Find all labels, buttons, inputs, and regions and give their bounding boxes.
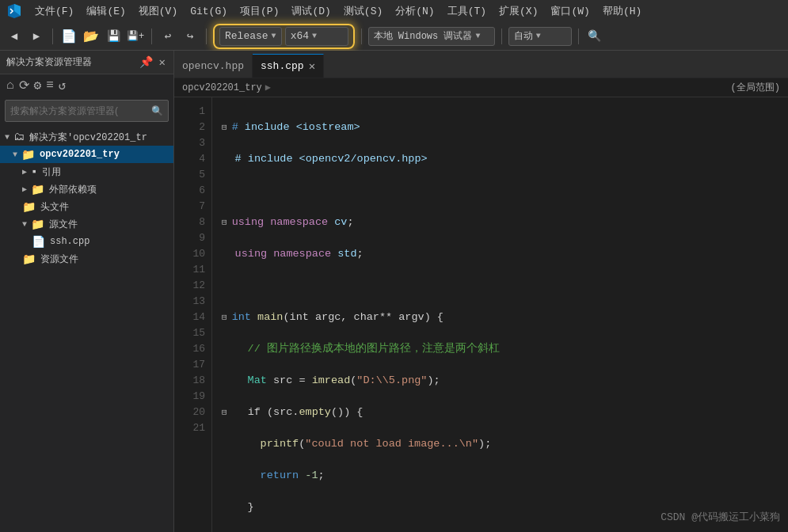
sidebar-search[interactable]: 🔍 — [5, 100, 169, 122]
solution-label: 解决方案'opcv202201_tr — [29, 131, 147, 144]
references-label: 引用 — [42, 165, 61, 179]
fold-5 — [222, 246, 227, 262]
forward-button[interactable]: ▶ — [27, 27, 46, 46]
search-button[interactable]: 🔍 — [585, 27, 604, 46]
tab-opencv-hpp[interactable]: opencv.hpp — [174, 54, 253, 78]
source-files-label: 源文件 — [49, 218, 78, 231]
undo-button[interactable]: ↩ — [158, 27, 177, 46]
menu-file[interactable]: 文件(F) — [29, 0, 80, 22]
separator-1 — [52, 28, 53, 44]
resource-files-node[interactable]: 📁 资源文件 — [0, 250, 173, 268]
new-file-button[interactable]: 📄 — [59, 27, 78, 46]
save-button[interactable]: 💾 — [104, 27, 123, 46]
separator-4 — [361, 28, 362, 44]
separator-6 — [578, 28, 579, 44]
code-content[interactable]: ⊟# include <iostream> # include <opencv2… — [212, 97, 788, 532]
platform-label: x64 — [291, 30, 309, 42]
separator-3 — [206, 28, 207, 44]
fold-10[interactable]: ⊟ — [222, 405, 227, 420]
fold-9 — [222, 373, 227, 389]
sidebar-toolbar: ⌂ ⟳ ⚙ ≡ ↺ — [0, 74, 173, 97]
redo-button[interactable]: ↪ — [181, 27, 200, 46]
home-icon[interactable]: ⌂ — [6, 78, 14, 93]
fold-7[interactable]: ⊟ — [222, 310, 227, 325]
back-button[interactable]: ◀ — [5, 27, 24, 46]
fold-4[interactable]: ⊟ — [222, 215, 227, 230]
external-deps-expand-icon: ▶ — [22, 184, 27, 194]
menu-test[interactable]: 测试(S) — [337, 0, 389, 22]
fold-13 — [222, 500, 227, 515]
project-node[interactable]: ▼ 📁 opcv202201_try — [0, 146, 173, 163]
separator-2 — [151, 28, 152, 44]
source-files-node[interactable]: ▼ 📁 源文件 — [0, 215, 173, 233]
references-expand-icon: ▶ — [22, 167, 27, 177]
auto-label: 自动 — [514, 29, 533, 43]
save-all-button[interactable]: 💾+ — [126, 27, 145, 46]
code-line-10: ⊟if (src.empty()) { — [222, 405, 778, 420]
menu-git[interactable]: Git(G) — [184, 0, 234, 22]
code-line-7: ⊟int main(int argc, char** argv) { — [222, 310, 778, 325]
configuration-label: Release — [225, 30, 268, 42]
line-numbers: 1 2 3 4 5 6 7 8 9 10 11 12 13 14 15 16 1… — [174, 97, 212, 532]
menu-extensions[interactable]: 扩展(X) — [493, 0, 544, 22]
auto-dropdown[interactable]: 自动 ▼ — [508, 27, 572, 46]
solution-node[interactable]: ▼ 🗂 解决方案'opcv202201_tr — [0, 128, 173, 146]
solution-expand-icon: ▼ — [5, 133, 10, 142]
header-files-icon: 📁 — [22, 200, 36, 214]
project-label: opcv202201_try — [40, 149, 120, 160]
fold-1[interactable]: ⊟ — [222, 120, 227, 135]
platform-dropdown[interactable]: x64 ▼ — [285, 27, 348, 46]
debug-target-arrow-icon: ▼ — [475, 32, 480, 40]
external-deps-node[interactable]: ▶ 📁 外部依赖项 — [0, 180, 173, 198]
debug-target-dropdown[interactable]: 本地 Windows 调试器 ▼ — [368, 27, 495, 46]
menu-project[interactable]: 项目(P) — [234, 0, 285, 22]
configuration-dropdown[interactable]: Release ▼ — [219, 27, 282, 46]
tab-bar: opencv.hpp ssh.cpp ✕ — [174, 51, 788, 78]
resource-files-label: 资源文件 — [40, 253, 78, 266]
cpp-file-icon: 📄 — [32, 235, 45, 249]
tab-ssh-cpp[interactable]: ssh.cpp ✕ — [253, 54, 324, 78]
source-files-icon: 📁 — [31, 218, 44, 231]
code-line-9: Mat src = imread("D:\\5.png"); — [222, 373, 778, 389]
platform-arrow-icon: ▼ — [312, 32, 317, 40]
menu-help[interactable]: 帮助(H) — [596, 0, 648, 22]
menu-tools[interactable]: 工具(T) — [441, 0, 493, 22]
menu-view[interactable]: 视图(V) — [132, 0, 184, 22]
menu-analyze[interactable]: 分析(N) — [389, 0, 440, 22]
fold-3 — [222, 183, 227, 199]
header-files-node[interactable]: 📁 头文件 — [0, 198, 173, 215]
code-editor[interactable]: 1 2 3 4 5 6 7 8 9 10 11 12 13 14 15 16 1… — [174, 97, 788, 532]
settings-icon[interactable]: ⚙ — [34, 78, 42, 93]
search-input[interactable] — [10, 105, 151, 116]
ssh-cpp-node[interactable]: 📄 ssh.cpp — [0, 233, 173, 250]
fold-6 — [222, 278, 227, 294]
toolbar: ◀ ▶ 📄 📂 💾 💾+ ↩ ↪ Release ▼ x64 ▼ 本地 Wind… — [0, 22, 788, 51]
config-section: Release ▼ x64 ▼ — [213, 24, 355, 49]
code-line-2: # include <opencv2/opencv.hpp> — [222, 151, 778, 167]
menu-debug[interactable]: 调试(D) — [285, 0, 337, 22]
filter-icon[interactable]: ≡ — [46, 78, 54, 93]
open-file-button[interactable]: 📂 — [82, 27, 101, 46]
menu-edit[interactable]: 编辑(E) — [80, 0, 131, 22]
ssh-cpp-label: ssh.cpp — [50, 236, 89, 247]
sync-icon[interactable]: ⟳ — [19, 78, 29, 93]
project-icon: 📁 — [21, 148, 35, 162]
fold-8 — [222, 341, 227, 357]
tab-ssh-cpp-close[interactable]: ✕ — [309, 59, 315, 73]
code-line-5: using namespace std; — [222, 246, 778, 262]
pin-icon[interactable]: 📌 — [138, 54, 154, 70]
code-line-3 — [222, 183, 778, 199]
references-node[interactable]: ▶ ▪ 引用 — [0, 163, 173, 180]
close-sidebar-button[interactable]: ✕ — [158, 54, 167, 70]
breadcrumb-file: opcv202201_try — [182, 82, 262, 93]
breadcrumb-separator: ▶ — [265, 82, 271, 93]
menu-window[interactable]: 窗口(W) — [544, 0, 596, 22]
code-line-11: printf("could not load image...\n"); — [222, 436, 778, 452]
fold-11 — [222, 436, 227, 452]
external-deps-icon: 📁 — [31, 183, 44, 196]
search-icon: 🔍 — [151, 105, 163, 117]
config-arrow-icon: ▼ — [272, 32, 276, 40]
refresh-icon[interactable]: ↺ — [59, 78, 67, 93]
code-line-12: return -1; — [222, 468, 778, 484]
source-files-expand-icon: ▼ — [22, 220, 27, 229]
